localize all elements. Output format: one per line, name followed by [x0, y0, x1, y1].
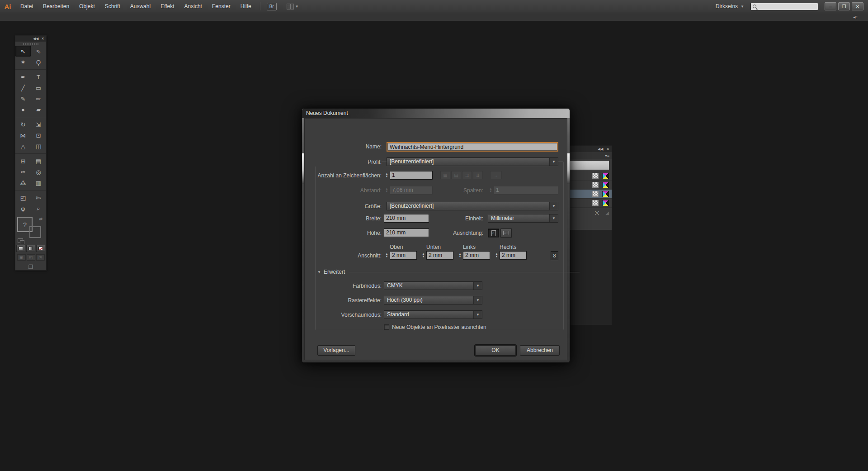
pattern-swatch-icon [592, 173, 599, 179]
artboard-tool[interactable]: ◰ [15, 192, 31, 203]
mesh-tool[interactable]: ⊞ [15, 156, 31, 167]
name-input[interactable] [387, 143, 557, 151]
zoom-tool[interactable]: ⌕ [31, 203, 46, 214]
panel-action-icon[interactable]: ⤬ [595, 210, 599, 216]
width-input[interactable]: 210 mm [384, 214, 429, 223]
bleed-left-field[interactable]: 2 mm [463, 251, 490, 260]
bleed-bottom-field[interactable]: 2 mm [426, 251, 453, 260]
rectangle-tool[interactable]: ▭ [31, 82, 46, 93]
slice-tool[interactable]: ✄ [31, 192, 46, 203]
ok-button[interactable]: OK [475, 345, 516, 356]
line-segment-tool[interactable]: ╱ [15, 82, 31, 93]
lasso-tool[interactable]: Ϙ [31, 57, 46, 67]
column-graph-tool[interactable]: ▥ [31, 177, 46, 188]
profile-dropdown[interactable]: [Benutzerdefiniert] ▼ [387, 157, 558, 166]
restore-button[interactable]: ❐ [838, 2, 850, 10]
bleed-left-stepper[interactable]: ▲▼ [457, 251, 463, 260]
close-button[interactable]: ✕ [852, 2, 863, 10]
draw-inside-button[interactable]: ◳ [36, 254, 45, 261]
bleed-right-stepper[interactable]: ▲▼ [494, 251, 500, 260]
direct-selection-tool[interactable]: ⇖ [31, 46, 46, 57]
bleed-top-field[interactable]: 2 mm [390, 251, 417, 260]
stroke-swatch[interactable] [29, 226, 41, 238]
shape-builder-tool[interactable]: ◫ [31, 141, 46, 152]
menu-auswahl[interactable]: Auswahl [125, 0, 156, 13]
default-fill-stroke-icon[interactable] [18, 238, 23, 243]
paintbrush-tool[interactable]: ✎ [15, 93, 31, 104]
type-tool[interactable]: T [31, 71, 46, 82]
gradient-tool[interactable]: ▤ [31, 156, 46, 167]
minimize-button[interactable]: – [825, 2, 836, 10]
menu-objekt[interactable]: Objekt [74, 0, 100, 13]
artboards-value-field[interactable]: 1 [390, 171, 433, 180]
height-input[interactable]: 210 mm [384, 228, 429, 237]
bleed-top-stepper[interactable]: ▲▼ [384, 251, 390, 260]
pixel-grid-checkbox[interactable] [384, 324, 389, 330]
scale-tool-icon: ⇲ [36, 121, 41, 128]
orientation-portrait-button[interactable] [488, 228, 499, 238]
panel-close-icon[interactable]: ✕ [606, 147, 609, 151]
menu-fenster[interactable]: Fenster [207, 0, 236, 13]
menu-hilfe[interactable]: Hilfe [236, 0, 256, 13]
raster-effects-value: Hoch (300 ppi) [384, 296, 473, 304]
collapse-panels-icon[interactable]: ◂≡ [853, 14, 857, 19]
draw-behind-button[interactable]: ◱ [27, 254, 35, 261]
eyedropper-tool[interactable]: ✑ [15, 167, 31, 177]
workspace-switcher[interactable]: Dirkseins ▼ [716, 3, 744, 10]
menu-ansicht[interactable]: Ansicht [179, 0, 207, 13]
dialog-title-bar[interactable]: Neues Dokument [302, 109, 570, 118]
panel-menu-icon[interactable]: ▾≡ [605, 153, 609, 158]
magic-wand-tool[interactable]: ✶ [15, 57, 31, 67]
color-button[interactable] [16, 245, 25, 252]
preview-mode-dropdown[interactable]: Standard ▼ [384, 310, 482, 319]
orientation-landscape-button[interactable] [500, 228, 512, 238]
selection-tool[interactable]: ↖ [15, 46, 31, 57]
templates-button[interactable]: Vorlagen... [317, 345, 355, 356]
draw-normal-button[interactable]: ▣ [17, 254, 26, 261]
rotate-tool[interactable]: ↻ [15, 119, 31, 130]
width-tool[interactable]: ⋈ [15, 130, 31, 141]
panel-close-icon[interactable]: ✕ [41, 37, 44, 41]
gradient-button[interactable] [26, 245, 35, 252]
symbol-sprayer-tool[interactable]: ⁂ [15, 177, 31, 188]
menu-datei[interactable]: Datei [15, 0, 38, 13]
cmyk-color-icon [602, 200, 609, 206]
menu-schrift[interactable]: Schrift [100, 0, 125, 13]
size-dropdown[interactable]: [Benutzerdefiniert] ▼ [387, 202, 558, 210]
advanced-section-header[interactable]: ▼ Erweitert [317, 267, 580, 276]
panel-collapse-icon[interactable]: ◀◀ [33, 37, 38, 41]
swap-fill-stroke-icon[interactable]: ⇄ [39, 217, 42, 221]
go-to-bridge-button[interactable]: Br [267, 3, 277, 10]
perspective-grid-tool[interactable]: △ [15, 141, 31, 152]
arrange-documents-button[interactable]: ▼ [287, 4, 299, 10]
hand-tool[interactable]: ψ [15, 203, 31, 214]
raster-effects-dropdown[interactable]: Hoch (300 ppi) ▼ [384, 296, 482, 304]
blob-brush-tool[interactable]: ● [15, 104, 31, 115]
artboards-stepper-group: ▲▼ 1 [384, 171, 433, 180]
bleed-bottom-stepper[interactable]: ▲▼ [420, 251, 426, 260]
link-bleed-values-button[interactable]: 8 [551, 251, 558, 260]
screen-mode-button[interactable]: ❐ [15, 264, 46, 270]
eraser-tool[interactable]: ▰ [31, 104, 46, 115]
blend-tool[interactable]: ◎ [31, 167, 46, 177]
menu-bearbeiten[interactable]: Bearbeiten [38, 0, 74, 13]
panel-drag-grip[interactable] [15, 42, 46, 46]
change-to-rtl-button: → [490, 171, 502, 179]
artboards-stepper[interactable]: ▲▼ [384, 171, 390, 180]
name-label: Name: [305, 142, 382, 151]
cancel-button[interactable]: Abbrechen [520, 345, 560, 356]
pencil-tool[interactable]: ✏ [31, 93, 46, 104]
none-button[interactable] [36, 245, 45, 252]
colormode-dropdown[interactable]: CMYK ▼ [384, 281, 482, 290]
search-input[interactable] [750, 3, 818, 10]
unit-dropdown[interactable]: Millimeter ▼ [488, 214, 558, 223]
arrange-by-row-button: ⇉ [462, 171, 472, 179]
panel-collapse-icon[interactable]: ◀◀ [598, 147, 603, 151]
bleed-right-field[interactable]: 2 mm [500, 251, 527, 260]
menu-effekt[interactable]: Effekt [156, 0, 179, 13]
pen-tool[interactable]: ✒ [15, 71, 31, 82]
fill-stroke-indicator: ? ⇄ [15, 216, 46, 244]
scale-tool[interactable]: ⇲ [31, 119, 46, 130]
panel-resize-grip[interactable]: ◢ [605, 210, 609, 215]
free-transform-tool[interactable]: ⊡ [31, 130, 46, 141]
